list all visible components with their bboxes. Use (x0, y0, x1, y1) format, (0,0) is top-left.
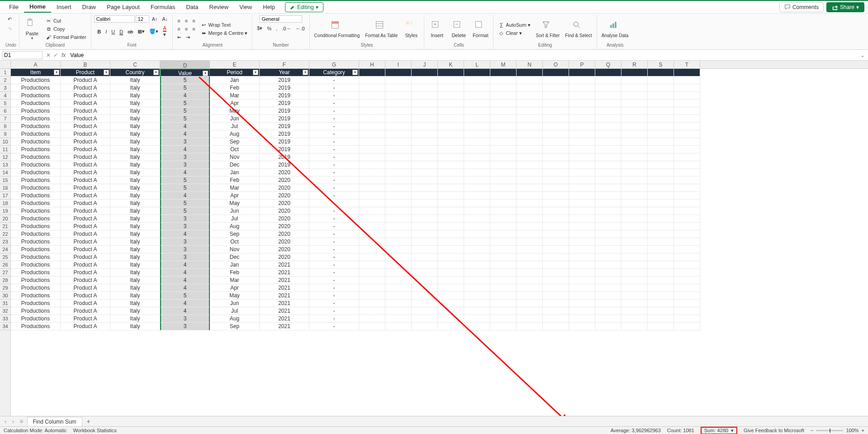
data-cell[interactable]: Jul (210, 123, 260, 130)
data-cell[interactable] (543, 192, 569, 200)
data-cell[interactable] (674, 169, 700, 176)
data-cell[interactable]: Italy (110, 76, 160, 84)
data-cell[interactable] (569, 223, 595, 230)
data-cell[interactable]: Product A (61, 92, 110, 100)
data-cell[interactable] (595, 246, 621, 253)
data-cell[interactable] (490, 100, 517, 107)
data-cell[interactable]: Productions (11, 84, 61, 92)
data-cell[interactable]: - (309, 115, 359, 123)
data-cell[interactable] (595, 238, 621, 246)
data-cell[interactable] (621, 253, 648, 261)
data-cell[interactable] (517, 200, 543, 207)
data-cell[interactable] (412, 92, 438, 100)
row-header[interactable]: 3 (0, 84, 10, 92)
data-cell[interactable] (648, 277, 674, 284)
data-cell[interactable] (412, 84, 438, 92)
data-cell[interactable] (648, 161, 674, 169)
data-cell[interactable] (595, 76, 621, 84)
data-cell[interactable] (621, 307, 648, 315)
data-cell[interactable] (517, 100, 543, 107)
data-cell[interactable] (464, 238, 490, 246)
data-cell[interactable]: 2021 (260, 292, 309, 300)
data-cell[interactable] (621, 176, 648, 184)
data-cell[interactable] (490, 176, 517, 184)
row-header[interactable]: 8 (0, 123, 10, 130)
data-cell[interactable] (359, 277, 385, 284)
data-cell[interactable] (517, 146, 543, 153)
data-cell[interactable] (648, 230, 674, 238)
data-cell[interactable] (385, 130, 412, 138)
format-painter-button[interactable]: 🖌Format Painter (44, 33, 88, 41)
row-header[interactable]: 20 (0, 215, 10, 223)
data-cell[interactable] (543, 315, 569, 323)
data-cell[interactable] (674, 315, 700, 323)
data-cell[interactable] (490, 300, 517, 307)
data-cell[interactable] (385, 246, 412, 253)
italic-button[interactable]: I (104, 28, 109, 35)
tab-review[interactable]: Review (204, 2, 234, 12)
data-cell[interactable]: Italy (110, 277, 160, 284)
data-cell[interactable]: 4 (160, 307, 210, 315)
data-cell[interactable]: - (309, 200, 359, 207)
data-cell[interactable] (464, 200, 490, 207)
decrease-font-button[interactable]: A↓ (161, 15, 170, 23)
data-cell[interactable] (438, 238, 464, 246)
row-header[interactable]: 33 (0, 315, 10, 323)
data-cell[interactable] (438, 246, 464, 253)
data-cell[interactable]: Productions (11, 123, 61, 130)
data-cell[interactable] (621, 130, 648, 138)
data-cell[interactable] (464, 277, 490, 284)
data-cell[interactable]: Nov (210, 153, 260, 161)
data-cell[interactable] (412, 115, 438, 123)
data-cell[interactable] (595, 184, 621, 192)
column-header-C[interactable]: C (110, 61, 160, 68)
data-cell[interactable] (490, 292, 517, 300)
data-cell[interactable] (490, 169, 517, 176)
data-cell[interactable] (674, 200, 700, 207)
data-cell[interactable]: 4 (160, 169, 210, 176)
data-cell[interactable] (490, 223, 517, 230)
data-cell[interactable] (569, 130, 595, 138)
insert-cells-button[interactable]: +Insert (427, 19, 447, 39)
wrap-text-button[interactable]: ↩Wrap Text (199, 21, 250, 29)
data-cell[interactable]: 5 (160, 84, 210, 92)
data-cell[interactable]: Product A (61, 169, 110, 176)
data-cell[interactable] (359, 169, 385, 176)
data-cell[interactable]: - (309, 130, 359, 138)
data-cell[interactable] (648, 246, 674, 253)
data-cell[interactable]: May (210, 292, 260, 300)
data-cell[interactable] (517, 84, 543, 92)
row-header[interactable]: 2 (0, 76, 10, 84)
data-cell[interactable] (359, 153, 385, 161)
align-top-button[interactable]: ≡ (175, 17, 182, 24)
data-cell[interactable] (412, 176, 438, 184)
data-cell[interactable] (385, 323, 412, 330)
data-cell[interactable] (517, 130, 543, 138)
data-cell[interactable]: - (309, 215, 359, 223)
data-cell[interactable]: 4 (160, 123, 210, 130)
data-cell[interactable]: 4 (160, 192, 210, 200)
feedback-link[interactable]: Give Feedback to Microsoft (744, 428, 804, 433)
data-cell[interactable] (385, 230, 412, 238)
column-header-N[interactable]: N (517, 61, 543, 68)
autosum-button[interactable]: ∑AutoSum ▾ (496, 21, 532, 29)
data-cell[interactable] (359, 323, 385, 330)
data-cell[interactable]: Product A (61, 123, 110, 130)
data-cell[interactable] (569, 138, 595, 146)
data-cell[interactable]: Productions (11, 277, 61, 284)
add-sheet-button[interactable]: + (84, 418, 93, 425)
data-cell[interactable] (464, 215, 490, 223)
sheet-tab[interactable]: Find Column Sum (27, 417, 82, 426)
data-cell[interactable] (517, 307, 543, 315)
data-cell[interactable]: May (210, 200, 260, 207)
data-cell[interactable] (595, 84, 621, 92)
data-cell[interactable] (438, 253, 464, 261)
data-cell[interactable] (490, 200, 517, 207)
data-cell[interactable]: - (309, 192, 359, 200)
data-cell[interactable] (385, 300, 412, 307)
data-cell[interactable] (674, 130, 700, 138)
data-cell[interactable]: 2020 (260, 176, 309, 184)
data-cell[interactable] (359, 215, 385, 223)
data-cell[interactable]: - (309, 92, 359, 100)
header-cell[interactable] (648, 69, 674, 76)
